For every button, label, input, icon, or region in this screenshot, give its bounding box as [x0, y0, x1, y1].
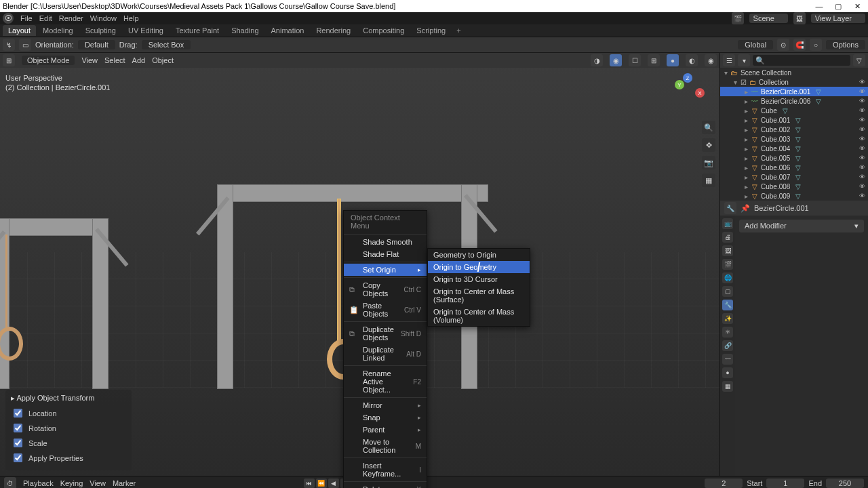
move-view-icon[interactable]: ✥: [702, 138, 715, 152]
orientation-dropdown[interactable]: Default: [78, 40, 115, 49]
navigation-gizmo[interactable]: Z Y X: [668, 73, 705, 110]
options-dropdown[interactable]: Options: [826, 40, 865, 49]
tab-shading[interactable]: Shading: [226, 25, 264, 36]
play-reverse-icon[interactable]: ◀: [328, 479, 339, 488]
object-menu[interactable]: Object: [152, 56, 174, 64]
tab-rendering[interactable]: Rendering: [311, 25, 356, 36]
ctx-duplicate-objects[interactable]: ⧉Duplicate ObjectsShift D: [344, 323, 427, 344]
zoom-icon[interactable]: 🔍: [702, 121, 715, 134]
apply-rotation[interactable]: Rotation: [11, 422, 126, 434]
axis-x[interactable]: X: [695, 88, 705, 98]
xray-icon[interactable]: ☐: [629, 54, 641, 66]
outliner-beziercircle-001[interactable]: ▸〰BezierCircle.001▽👁: [720, 87, 868, 96]
maximize-button[interactable]: ▢: [830, 2, 846, 11]
ctx-rename-active-object-[interactable]: Rename Active Object...F2: [344, 367, 427, 396]
outliner-beziercircle-006[interactable]: ▸〰BezierCircle.006▽👁: [720, 96, 868, 106]
marker-menu[interactable]: Marker: [113, 479, 136, 487]
axis-y[interactable]: Y: [675, 80, 684, 89]
minimize-button[interactable]: —: [811, 2, 827, 11]
tab-texpaint[interactable]: Texture Paint: [170, 25, 224, 36]
axis-z[interactable]: Z: [683, 73, 692, 83]
outliner-cube-007[interactable]: ▸▽Cube.007▽👁: [720, 172, 868, 182]
shading-matprev-icon[interactable]: ◐: [686, 54, 698, 66]
select-tool-icon[interactable]: ▭: [19, 39, 31, 51]
editor-type-icon[interactable]: ⊞: [3, 54, 15, 66]
camera-icon[interactable]: 📷: [702, 156, 715, 169]
ctx-copy-objects[interactable]: ⧉Copy ObjectsCtrl C: [344, 279, 427, 300]
cursor-tool-icon[interactable]: ↯: [3, 39, 15, 51]
transform-orientation[interactable]: Global: [738, 40, 773, 49]
pivot-icon[interactable]: ⊙: [777, 39, 789, 51]
ptab-output[interactable]: 🖨: [722, 232, 733, 243]
playback-menu[interactable]: Playback: [23, 479, 54, 487]
tab-compositing[interactable]: Compositing: [357, 25, 410, 36]
menu-render[interactable]: Render: [59, 14, 83, 22]
gizmo-toggle-icon[interactable]: ◑: [591, 54, 603, 66]
submenu-origin-to-center-of-mass-surface-[interactable]: Origin to Center of Mass (Surface): [428, 285, 530, 306]
outliner-search[interactable]: 🔍: [753, 55, 850, 66]
select-menu[interactable]: Select: [104, 56, 125, 64]
display-mode-icon[interactable]: ▾: [738, 54, 750, 66]
ctx-parent[interactable]: Parent: [344, 424, 427, 436]
viewlayer-selector[interactable]: View Layer: [811, 14, 865, 23]
tab-layout[interactable]: Layout: [3, 25, 36, 36]
outliner-cube-005[interactable]: ▸▽Cube.005▽👁: [720, 153, 868, 163]
filter-icon[interactable]: ▽: [853, 54, 865, 66]
ctx-move-to-collection[interactable]: Move to CollectionM: [344, 436, 427, 456]
outliner-cube-003[interactable]: ▸▽Cube.003▽👁: [720, 134, 868, 144]
overlay-toggle-icon[interactable]: ◉: [610, 54, 622, 66]
ctx-duplicate-linked[interactable]: Duplicate LinkedAlt D: [344, 344, 427, 364]
drag-dropdown[interactable]: Select Box: [142, 40, 191, 49]
scene-collection-row[interactable]: ▾🗁Scene Collection: [720, 68, 868, 77]
outliner-cube-009[interactable]: ▸▽Cube.009▽👁: [720, 191, 868, 201]
blender-icon[interactable]: ⦿: [3, 13, 14, 24]
ctx-paste-objects[interactable]: 📋Paste ObjectsCtrl V: [344, 300, 427, 320]
ctx-shade-smooth[interactable]: Shade Smooth: [344, 236, 427, 248]
add-workspace-button[interactable]: +: [452, 26, 465, 35]
prev-key-icon[interactable]: ⏪: [316, 479, 327, 488]
outliner-type-icon[interactable]: ☰: [723, 54, 735, 66]
submenu-origin-to-center-of-mass-volume-[interactable]: Origin to Center of Mass (Volume): [428, 306, 530, 326]
pin-icon[interactable]: 📌: [741, 204, 750, 213]
props-type-icon[interactable]: 🔧: [724, 202, 736, 214]
ctx-delete[interactable]: DeleteX: [344, 483, 427, 488]
apply-location[interactable]: Location: [11, 407, 126, 420]
ptab-render[interactable]: 📺: [722, 218, 733, 229]
apply-properties[interactable]: Apply Properties: [11, 451, 126, 464]
shading-rendered-icon[interactable]: ◉: [705, 54, 717, 66]
submenu-origin-to-3d-cursor[interactable]: Origin to 3D Cursor: [428, 273, 530, 285]
close-button[interactable]: ✕: [849, 2, 865, 11]
outliner-cube-001[interactable]: ▸▽Cube.001▽👁: [720, 115, 868, 125]
apply-scale[interactable]: Scale: [11, 436, 126, 449]
outliner[interactable]: ▾🗁Scene Collection ▾☑🗀Collection👁 ▸〰Bezi…: [720, 68, 868, 201]
outliner-cube-008[interactable]: ▸▽Cube.008▽👁: [720, 182, 868, 191]
tab-sculpting[interactable]: Sculpting: [80, 25, 121, 36]
perspective-icon[interactable]: ▦: [702, 174, 715, 187]
start-frame[interactable]: 1: [766, 479, 804, 488]
tab-uv[interactable]: UV Editing: [123, 25, 169, 36]
menu-window[interactable]: Window: [90, 14, 117, 22]
ptab-modifiers[interactable]: 🔧: [722, 300, 733, 310]
mode-dropdown[interactable]: Object Mode: [22, 56, 75, 65]
add-menu[interactable]: Add: [132, 56, 146, 64]
tab-scripting[interactable]: Scripting: [411, 25, 451, 36]
ptab-texture[interactable]: ▦: [722, 381, 733, 392]
ptab-scene[interactable]: 🎬: [722, 259, 733, 270]
proportional-icon[interactable]: ○: [810, 39, 822, 51]
collection-row[interactable]: ▾☑🗀Collection👁: [720, 77, 868, 87]
add-modifier-button[interactable]: Add Modifier▾: [739, 220, 864, 232]
ptab-object[interactable]: ▢: [722, 286, 733, 297]
menu-help[interactable]: Help: [123, 14, 139, 22]
timeline-view-menu[interactable]: View: [90, 479, 106, 487]
timeline-type-icon[interactable]: ⏱: [4, 477, 16, 488]
3d-viewport[interactable]: ⊞ Object Mode View Select Add Object ◑ ◉…: [0, 53, 719, 476]
ctx-set-origin[interactable]: Set Origin: [344, 264, 427, 276]
ptab-data[interactable]: 〰: [722, 354, 733, 365]
ctx-insert-keyframe-[interactable]: Insert Keyframe...I: [344, 460, 427, 480]
menu-edit[interactable]: Edit: [39, 14, 52, 22]
ptab-physics[interactable]: ⚛: [722, 327, 733, 338]
view-menu[interactable]: View: [81, 56, 98, 64]
end-frame[interactable]: 250: [826, 479, 864, 488]
ctx-mirror[interactable]: Mirror: [344, 399, 427, 411]
ctx-shade-flat[interactable]: Shade Flat: [344, 248, 427, 260]
